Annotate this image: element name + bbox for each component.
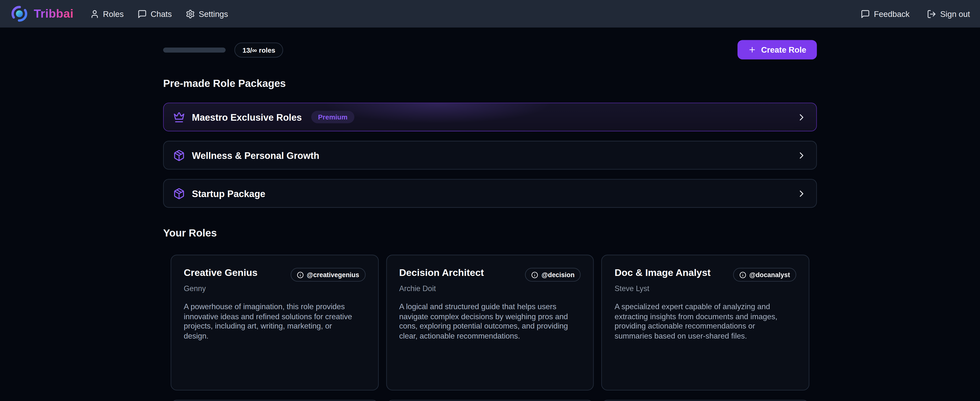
role-card-partial[interactable] — [601, 400, 809, 401]
tribbai-logo-icon — [10, 5, 29, 23]
role-handle-badge[interactable]: @creativegenius — [291, 268, 365, 281]
role-cards-grid: Creative Genius @creativegenius Genny A … — [163, 255, 817, 390]
role-description: A powerhouse of imagination, this role p… — [184, 302, 359, 342]
chat-icon — [137, 9, 147, 18]
info-icon — [297, 271, 304, 278]
premade-packages-heading: Pre-made Role Packages — [163, 78, 817, 89]
role-cards-grid-partial — [163, 400, 817, 401]
role-description: A specialized expert capable of analyzin… — [614, 302, 789, 342]
package-name: Maestro Exclusive Roles — [192, 112, 302, 122]
role-handle: @creativegenius — [307, 271, 359, 279]
info-icon — [531, 271, 538, 278]
create-role-label: Create Role — [761, 45, 807, 54]
package-row-maestro[interactable]: Maestro Exclusive Roles Premium — [163, 102, 817, 131]
role-handle: @decision — [542, 271, 574, 279]
package-row-startup[interactable]: Startup Package — [163, 179, 817, 208]
package-icon — [173, 187, 185, 200]
brand-logo[interactable]: Tribbai — [10, 5, 73, 23]
feedback-label: Feedback — [874, 9, 910, 18]
nav-item-roles[interactable]: Roles — [90, 9, 124, 18]
main-content: 13/∞ roles Create Role Pre-made Role Pac… — [163, 40, 817, 401]
nav-label-chats: Chats — [151, 9, 172, 18]
role-card-partial[interactable] — [171, 400, 379, 401]
nav-label-roles: Roles — [103, 9, 124, 18]
chevron-right-icon — [796, 150, 807, 160]
nav-label-settings: Settings — [199, 9, 228, 18]
package-name: Wellness & Personal Growth — [192, 150, 319, 160]
brand-wordmark: Tribbai — [34, 7, 73, 21]
signout-button[interactable]: Sign out — [927, 9, 970, 18]
chevron-right-icon — [796, 112, 807, 122]
info-icon — [740, 271, 746, 278]
role-card-title: Decision Architect — [399, 267, 484, 278]
role-card-title: Creative Genius — [184, 267, 258, 278]
primary-nav: Roles Chats Settings — [90, 9, 228, 18]
role-handle-badge[interactable]: @docanalyst — [733, 268, 796, 281]
logout-icon — [927, 9, 936, 18]
roles-usage-progress-bar — [163, 47, 226, 52]
role-persona: Genny — [184, 284, 365, 293]
signout-label: Sign out — [940, 9, 970, 18]
role-handle: @docanalyst — [749, 271, 790, 279]
role-card-creative-genius[interactable]: Creative Genius @creativegenius Genny A … — [171, 255, 379, 390]
app-root: Tribbai Roles Chats — [0, 0, 980, 401]
role-card-doc-image-analyst[interactable]: Doc & Image Analyst @docanalyst Steve Ly… — [601, 255, 809, 390]
package-row-wellness[interactable]: Wellness & Personal Growth — [163, 141, 817, 170]
roles-toolbar: 13/∞ roles Create Role — [163, 40, 817, 59]
role-description: A logical and structured guide that help… — [399, 302, 574, 342]
role-card-title: Doc & Image Analyst — [614, 267, 711, 278]
package-icon — [173, 149, 185, 161]
feedback-button[interactable]: Feedback — [861, 9, 910, 18]
role-persona: Archie Doit — [399, 284, 581, 293]
plus-icon — [748, 46, 756, 54]
crown-icon — [173, 111, 185, 123]
role-card-decision-architect[interactable]: Decision Architect @decision Archie Doit… — [386, 255, 594, 390]
package-list: Maestro Exclusive Roles Premium Wellness… — [163, 102, 817, 208]
chevron-right-icon — [796, 188, 807, 198]
user-icon — [90, 9, 99, 18]
premium-badge: Premium — [311, 111, 355, 123]
gear-icon — [186, 9, 195, 18]
roles-count-badge: 13/∞ roles — [234, 42, 284, 57]
create-role-button[interactable]: Create Role — [737, 40, 817, 59]
role-card-partial[interactable] — [386, 400, 594, 401]
your-roles-heading: Your Roles — [163, 227, 817, 239]
nav-item-settings[interactable]: Settings — [186, 9, 228, 18]
top-navigation-bar: Tribbai Roles Chats — [0, 0, 980, 27]
nav-item-chats[interactable]: Chats — [137, 9, 172, 18]
feedback-bubble-icon — [861, 9, 870, 18]
role-handle-badge[interactable]: @decision — [525, 268, 581, 281]
package-name: Startup Package — [192, 188, 265, 198]
role-persona: Steve Lyst — [614, 284, 796, 293]
